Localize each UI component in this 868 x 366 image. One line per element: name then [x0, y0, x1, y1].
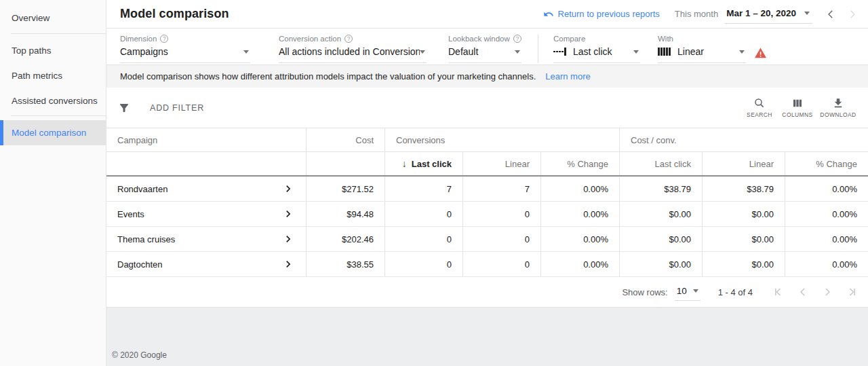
download-button-label: DOWNLOAD — [820, 111, 856, 118]
previous-page-button[interactable] — [796, 285, 810, 299]
chevron-right-icon[interactable] — [281, 207, 295, 221]
help-icon[interactable]: ? — [160, 35, 168, 43]
cpc-change-cell: 0.00% — [785, 227, 868, 251]
lookback-window-label: Lookback window — [448, 35, 510, 43]
sidebar-item-assisted-conversions[interactable]: Assisted conversions — [0, 88, 106, 113]
learn-more-link[interactable]: Learn more — [545, 71, 590, 81]
conv-change-cell: 0.00% — [540, 252, 619, 276]
lookback-window-select[interactable]: Default — [448, 43, 521, 63]
campaign-cell[interactable]: Thema cruises — [106, 227, 306, 251]
sidebar-item-top-paths[interactable]: Top paths — [0, 38, 106, 63]
help-icon[interactable]: ? — [344, 35, 353, 43]
search-button[interactable]: SEARCH — [741, 97, 778, 118]
sidebar-item-path-metrics[interactable]: Path metrics — [0, 63, 106, 88]
cpc-last-click-cell: $0.00 — [619, 227, 702, 251]
subheader-empty — [306, 152, 384, 175]
table-row[interactable]: Rondvaarten $271.52 7 7 0.00% $38.79 $38… — [106, 177, 868, 202]
main-content: Model comparison Return to previous repo… — [106, 0, 868, 366]
subheader-conversions-linear[interactable]: Linear — [462, 152, 540, 175]
rows-per-page-select[interactable]: 10 — [675, 284, 701, 301]
sidebar-item-overview[interactable]: Overview — [0, 4, 106, 31]
columns-icon — [791, 97, 804, 109]
chevron-down-icon — [243, 50, 249, 54]
next-period-button[interactable] — [846, 8, 859, 20]
columns-button-label: COLUMNS — [782, 111, 812, 118]
date-range-value: Mar 1 – 20, 2020 — [726, 8, 796, 18]
conversion-action-select[interactable]: All actions included in Conversions — [279, 43, 427, 63]
sidebar-divider — [11, 115, 106, 116]
subheader-cpc-last-click[interactable]: Last click — [619, 152, 702, 175]
campaign-name: Dagtochten — [117, 259, 163, 270]
help-icon[interactable]: ? — [513, 35, 521, 43]
conv-last-click-cell: 0 — [384, 252, 462, 276]
sidebar-item-label: Model comparison — [12, 128, 86, 138]
filter-funnel-icon[interactable] — [118, 102, 130, 114]
add-filter-button[interactable]: ADD FILTER — [150, 103, 204, 113]
copyright-text: © 2020 Google — [112, 350, 167, 360]
dimension-filter: Dimension ? Campaigns — [120, 33, 250, 63]
campaign-cell[interactable]: Dagtochten — [106, 252, 306, 276]
sidebar-item-model-comparison[interactable]: Model comparison — [0, 120, 106, 145]
previous-period-button[interactable] — [825, 8, 837, 20]
period-label: This month — [675, 9, 718, 19]
conv-linear-cell: 0 — [462, 202, 540, 226]
report-header: Model comparison Return to previous repo… — [106, 0, 868, 29]
chevron-right-icon[interactable] — [281, 182, 295, 196]
return-link-label: Return to previous reports — [558, 9, 660, 19]
conv-last-click-cell: 0 — [384, 202, 462, 226]
info-banner: Model comparison shows how different att… — [106, 65, 868, 88]
conv-linear-cell: 0 — [462, 252, 540, 276]
subheader-cpc-pct-change[interactable]: % Change — [785, 152, 868, 175]
column-header-cost[interactable]: Cost — [306, 128, 384, 151]
cpc-linear-cell: $0.00 — [702, 252, 785, 276]
compare-model-select[interactable]: Last click — [553, 43, 640, 63]
cpc-change-cell: 0.00% — [785, 202, 868, 226]
dimension-select[interactable]: Campaigns — [120, 43, 250, 63]
table-subheader-row: ↓ Last click Linear % Change Last click … — [106, 152, 868, 177]
chevron-right-icon[interactable] — [281, 232, 295, 246]
sort-descending-icon: ↓ — [402, 158, 407, 169]
pagination-range: 1 - 4 of 4 — [718, 287, 753, 297]
dimension-value: Campaigns — [120, 46, 243, 57]
column-group-conversions: Conversions — [384, 128, 619, 151]
cost-cell: $271.52 — [306, 177, 384, 201]
chevron-down-icon — [693, 289, 698, 293]
cost-cell: $38.55 — [306, 252, 384, 276]
next-page-button[interactable] — [821, 285, 834, 299]
lookback-window-filter: Lookback window ? Default — [448, 33, 521, 63]
download-button[interactable]: DOWNLOAD — [816, 97, 860, 118]
with-model-select[interactable]: Linear — [658, 43, 746, 63]
conv-change-cell: 0.00% — [540, 202, 619, 226]
subheader-conversions-last-click[interactable]: ↓ Last click — [384, 152, 462, 175]
campaign-cell[interactable]: Events — [106, 202, 306, 226]
conversion-action-label: Conversion action — [279, 35, 341, 43]
warning-icon[interactable] — [754, 47, 767, 61]
first-page-button[interactable] — [772, 285, 785, 299]
chevron-right-icon[interactable] — [281, 257, 295, 271]
last-page-button[interactable] — [845, 285, 859, 299]
cpc-change-cell: 0.00% — [785, 252, 868, 276]
columns-button[interactable]: COLUMNS — [778, 97, 816, 118]
compare-model-value: Last click — [573, 46, 633, 57]
column-header-campaign[interactable]: Campaign — [106, 128, 306, 151]
conv-change-cell: 0.00% — [540, 227, 619, 251]
table-row[interactable]: Dagtochten $38.55 0 0 0.00% $0.00 $0.00 … — [106, 252, 868, 277]
cost-cell: $202.46 — [306, 227, 384, 251]
linear-model-icon — [658, 48, 671, 56]
conv-linear-cell: 0 — [462, 227, 540, 251]
conv-change-cell: 0.00% — [540, 177, 619, 201]
date-range-selector[interactable]: Mar 1 – 20, 2020 — [725, 5, 812, 24]
chevron-down-icon — [804, 12, 810, 15]
lookback-window-value: Default — [448, 46, 515, 57]
subheader-conversions-pct-change[interactable]: % Change — [540, 152, 619, 175]
table-toolbar: ADD FILTER SEARCH COLUMNS DOWNLOAD — [106, 88, 868, 128]
with-model-value: Linear — [677, 46, 739, 57]
return-to-previous-reports-link[interactable]: Return to previous reports — [543, 9, 660, 20]
sidebar-item-label: Path metrics — [12, 71, 62, 81]
cpc-last-click-cell: $0.00 — [619, 252, 702, 276]
attribution-app: Overview Top paths Path metrics Assisted… — [0, 0, 868, 366]
table-row[interactable]: Thema cruises $202.46 0 0 0.00% $0.00 $0… — [106, 227, 868, 252]
campaign-cell[interactable]: Rondvaarten — [106, 177, 306, 201]
table-row[interactable]: Events $94.48 0 0 0.00% $0.00 $0.00 0.00… — [106, 202, 868, 227]
subheader-cpc-linear[interactable]: Linear — [702, 152, 785, 175]
